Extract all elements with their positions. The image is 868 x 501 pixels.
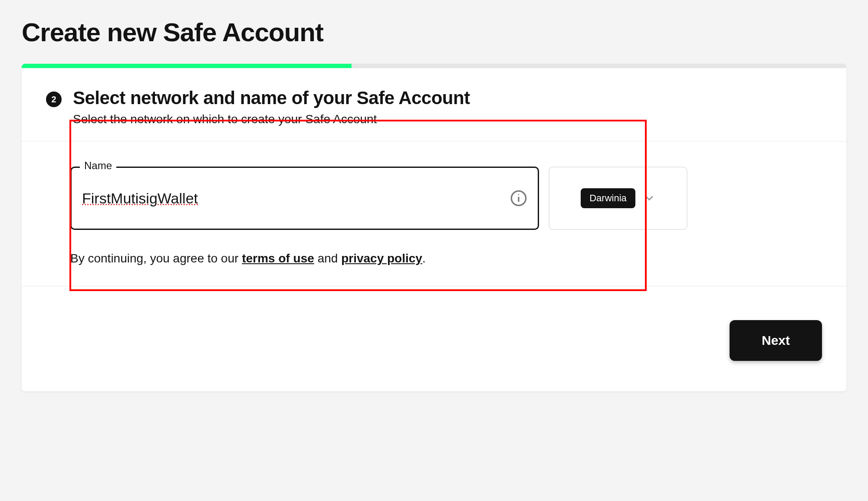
progress-fill (22, 64, 352, 68)
name-field: Name (70, 167, 539, 230)
next-button[interactable]: Next (730, 320, 822, 361)
svg-point-2 (518, 194, 519, 196)
progress-track (22, 64, 846, 68)
chevron-down-icon (643, 192, 655, 204)
step-heading-group: Select network and name of your Safe Acc… (73, 88, 470, 126)
name-input[interactable] (82, 190, 503, 207)
network-select[interactable]: Darwinia (549, 167, 687, 230)
step-number-badge: 2 (46, 92, 62, 107)
network-chip: Darwinia (581, 188, 635, 208)
info-icon[interactable] (510, 190, 527, 207)
name-input-wrap (70, 167, 539, 230)
consent-mid: and (314, 252, 341, 265)
consent-text: By continuing, you agree to our terms of… (46, 250, 822, 267)
form-row: Name Darwinia (46, 167, 822, 230)
step-header: 2 Select network and name of your Safe A… (22, 68, 846, 141)
name-label: Name (80, 160, 116, 172)
step-subtitle: Select the network on which to create yo… (73, 112, 470, 126)
consent-prefix: By continuing, you agree to our (70, 252, 242, 265)
privacy-link[interactable]: privacy policy (341, 252, 422, 265)
page-root: Create new Safe Account 2 Select network… (0, 0, 868, 391)
terms-link[interactable]: terms of use (242, 252, 314, 265)
form-block: Name Darwinia (22, 141, 846, 286)
consent-suffix: . (422, 252, 426, 265)
footer: Next (22, 286, 846, 391)
page-title: Create new Safe Account (22, 17, 846, 47)
create-card: 2 Select network and name of your Safe A… (22, 64, 846, 391)
step-title: Select network and name of your Safe Acc… (73, 88, 470, 108)
